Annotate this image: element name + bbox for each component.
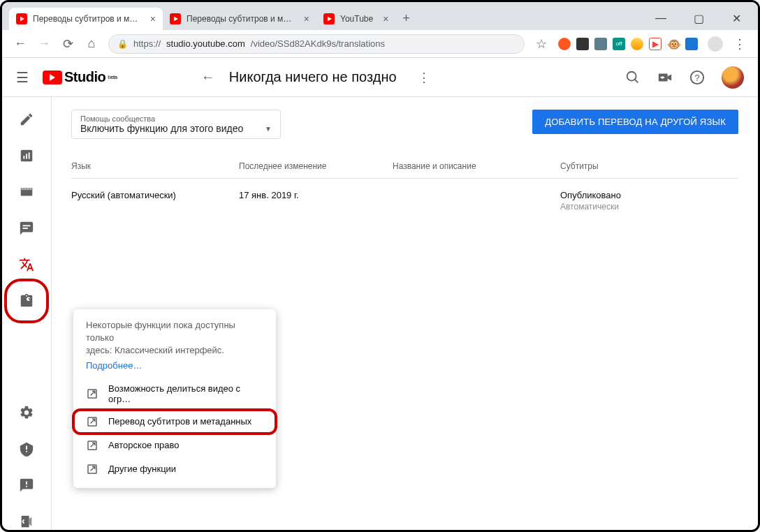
logo-text: Studio xyxy=(64,69,105,85)
column-header-subtitles: Субтитры xyxy=(560,161,738,171)
extension-icon[interactable] xyxy=(576,38,589,50)
external-link-icon xyxy=(86,463,98,475)
svg-line-40 xyxy=(91,466,95,471)
account-avatar[interactable] xyxy=(722,66,744,89)
add-translation-button[interactable]: ДОБАВИТЬ ПЕРЕВОД НА ДРУГОЙ ЯЗЫК xyxy=(532,110,738,134)
svg-rect-24 xyxy=(23,225,31,226)
search-icon[interactable] xyxy=(625,70,641,85)
maximize-button[interactable]: ▢ xyxy=(692,12,705,25)
extension-icon[interactable]: off xyxy=(613,38,625,50)
tab-close-icon[interactable]: × xyxy=(383,13,388,24)
analytics-icon[interactable] xyxy=(18,147,35,164)
menu-item-label: Возможность делиться видео с огр… xyxy=(108,383,263,404)
back-icon[interactable]: ← xyxy=(13,36,27,51)
url-host: studio.youtube.com xyxy=(166,38,245,49)
column-header-title-desc: Название и описание xyxy=(393,161,560,171)
svg-rect-15 xyxy=(23,156,24,159)
minimize-button[interactable]: — xyxy=(655,12,667,25)
extension-icons: off ▶ 🐵 xyxy=(558,38,698,50)
extension-icon[interactable] xyxy=(685,38,698,50)
page-back-icon[interactable]: ← xyxy=(201,69,215,85)
cell-subtitles: Опубликовано Автоматически xyxy=(560,190,738,212)
svg-line-34 xyxy=(91,391,95,395)
youtube-favicon xyxy=(16,13,27,24)
logo-beta: beta xyxy=(108,74,117,80)
browser-tab[interactable]: Переводы субтитров и метадан × xyxy=(163,8,316,30)
create-video-icon[interactable] xyxy=(657,70,673,85)
svg-rect-20 xyxy=(22,189,24,189)
popup-message: Некоторые функции пока доступны только з… xyxy=(73,319,276,357)
chevron-down-icon: ▼ xyxy=(265,125,272,133)
edit-icon[interactable] xyxy=(18,111,35,128)
address-bar: ← → ⟳ ⌂ 🔒 https://studio.youtube.com/vid… xyxy=(2,30,758,58)
translations-icon[interactable] xyxy=(18,256,35,273)
svg-line-38 xyxy=(91,443,95,447)
extension-icon[interactable] xyxy=(558,38,571,50)
svg-line-36 xyxy=(91,419,95,423)
learn-more-link[interactable]: Подробнее… xyxy=(73,357,154,378)
settings-icon[interactable] xyxy=(18,404,35,421)
page-title: Никогда ничего не поздно xyxy=(229,69,397,85)
extension-icon[interactable] xyxy=(594,38,607,50)
forward-icon[interactable]: → xyxy=(37,36,51,51)
new-tab-button[interactable]: + xyxy=(395,7,417,30)
cell-title-desc xyxy=(393,190,560,212)
popup-menu-item-other[interactable]: Другие функции xyxy=(73,457,276,481)
menu-item-label: Другие функции xyxy=(108,464,176,474)
external-link-icon xyxy=(86,387,98,400)
browser-tab[interactable]: YouTube × xyxy=(316,8,395,30)
more-options-icon[interactable]: ⋮ xyxy=(418,70,430,85)
tab-close-icon[interactable]: × xyxy=(150,13,156,24)
editor-icon[interactable] xyxy=(18,184,35,200)
comments-icon[interactable] xyxy=(18,220,35,237)
profile-icon[interactable] xyxy=(708,36,723,52)
extension-icon[interactable] xyxy=(631,38,643,50)
svg-point-6 xyxy=(627,71,636,80)
help-icon[interactable]: ? xyxy=(689,70,705,85)
window-controls: — ▢ ✕ xyxy=(655,12,743,25)
url-path: /video/SSd82AKdk9s/translations xyxy=(251,38,385,49)
other-features-icon[interactable] xyxy=(18,293,35,309)
sidebar xyxy=(2,97,51,530)
column-header-language: Язык xyxy=(71,161,239,171)
star-icon[interactable]: ☆ xyxy=(534,36,548,52)
community-label: Помощь сообщества xyxy=(80,114,272,123)
url-scheme: https:// xyxy=(133,38,161,49)
community-help-select[interactable]: Помощь сообщества Включить функцию для э… xyxy=(71,110,281,139)
extension-icon[interactable]: ▶ xyxy=(649,38,662,50)
popup-menu-item-copyright[interactable]: Авторское право xyxy=(73,434,276,457)
browser-menu-icon[interactable]: ⋮ xyxy=(733,36,747,52)
feedback-icon[interactable] xyxy=(18,477,35,494)
url-input[interactable]: 🔒 https://studio.youtube.com/video/SSd82… xyxy=(108,34,525,54)
svg-rect-16 xyxy=(26,154,27,158)
svg-rect-28 xyxy=(26,445,27,450)
community-value: Включить функцию для этого видео xyxy=(80,123,243,134)
home-icon[interactable]: ⌂ xyxy=(85,36,98,51)
browser-tab[interactable]: Переводы субтитров и метадан × xyxy=(9,8,163,30)
whats-new-icon[interactable] xyxy=(18,441,35,457)
close-window-button[interactable]: ✕ xyxy=(730,12,743,25)
popup-menu-item-share[interactable]: Возможность делиться видео с огр… xyxy=(73,378,276,410)
tab-bar: Переводы субтитров и метадан × Переводы … xyxy=(2,2,758,30)
hamburger-menu-icon[interactable]: ☰ xyxy=(16,69,29,86)
translations-table: Язык Последнее изменение Название и опис… xyxy=(71,154,738,223)
external-link-icon xyxy=(86,439,98,452)
tab-close-icon[interactable]: × xyxy=(304,13,309,24)
extension-icon[interactable]: 🐵 xyxy=(667,38,680,50)
svg-rect-21 xyxy=(24,189,26,189)
reload-icon[interactable]: ⟳ xyxy=(61,36,75,52)
svg-rect-17 xyxy=(29,152,30,158)
youtube-favicon xyxy=(170,13,181,24)
header-actions: ? xyxy=(625,66,744,89)
creator-studio-classic-icon[interactable] xyxy=(18,513,35,530)
svg-rect-25 xyxy=(23,228,28,229)
svg-rect-30 xyxy=(26,482,27,485)
table-row[interactable]: Русский (автоматически) 17 янв. 2019 г. … xyxy=(71,179,738,223)
cell-modified: 17 янв. 2019 г. xyxy=(239,190,393,212)
svg-rect-31 xyxy=(26,486,27,487)
studio-logo[interactable]: Studiobeta xyxy=(43,69,117,85)
tab-title: Переводы субтитров и метадан xyxy=(187,14,294,24)
popup-menu-item-translation[interactable]: Перевод субтитров и метаданных xyxy=(73,410,276,434)
svg-marker-9 xyxy=(668,74,672,80)
classic-features-popup: Некоторые функции пока доступны только з… xyxy=(73,309,276,488)
